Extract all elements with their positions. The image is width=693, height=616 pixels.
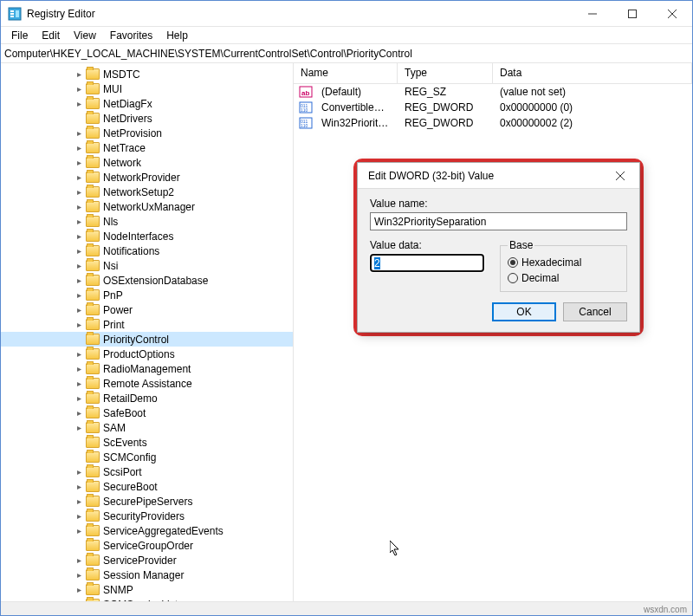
tree-item-networksetup2[interactable]: ▸NetworkSetup2 bbox=[1, 185, 293, 199]
menu-file[interactable]: File bbox=[4, 28, 35, 43]
chevron-right-icon[interactable]: ▸ bbox=[74, 408, 84, 418]
radio-hexadecimal[interactable]: Hexadecimal bbox=[508, 255, 619, 270]
ok-button[interactable]: OK bbox=[492, 302, 556, 321]
chevron-right-icon[interactable]: ▸ bbox=[74, 364, 84, 373]
chevron-right-icon[interactable]: ▸ bbox=[74, 555, 84, 565]
chevron-right-icon[interactable]: ▸ bbox=[74, 84, 84, 94]
tree-item-sam[interactable]: ▸SAM bbox=[1, 420, 293, 435]
dialog-titlebar[interactable]: Edit DWORD (32-bit) Value bbox=[358, 163, 639, 189]
minimize-button[interactable] bbox=[573, 1, 612, 27]
tree-item-serviceprovider[interactable]: ▸ServiceProvider bbox=[1, 553, 293, 567]
chevron-right-icon[interactable]: ▸ bbox=[74, 585, 84, 594]
tree-item-netdrivers[interactable]: NetDrivers bbox=[1, 111, 293, 126]
chevron-right-icon[interactable]: ▸ bbox=[74, 246, 84, 256]
tree-item-print[interactable]: ▸Print bbox=[1, 317, 293, 332]
tree-item-servicegrouporder[interactable]: ServiceGroupOrder bbox=[1, 538, 293, 553]
tree-item-session-manager[interactable]: ▸Session Manager bbox=[1, 567, 293, 582]
tree-item-osextensiondatabase[interactable]: ▸OSExtensionDatabase bbox=[1, 273, 293, 288]
value-name-input[interactable] bbox=[370, 212, 627, 230]
close-button[interactable] bbox=[652, 1, 692, 27]
tree-label: SAM bbox=[103, 422, 126, 434]
tree-item-network[interactable]: ▸Network bbox=[1, 155, 293, 170]
tree-item-networkuxmanager[interactable]: ▸NetworkUxManager bbox=[1, 199, 293, 214]
col-data[interactable]: Data bbox=[493, 63, 692, 83]
tree-item-pnp[interactable]: ▸PnP bbox=[1, 288, 293, 302]
cancel-button[interactable]: Cancel bbox=[563, 302, 627, 321]
menu-edit[interactable]: Edit bbox=[35, 28, 67, 43]
chevron-right-icon[interactable]: ▸ bbox=[74, 143, 84, 152]
chevron-right-icon[interactable]: ▸ bbox=[74, 600, 84, 601]
tree-item-notifications[interactable]: ▸Notifications bbox=[1, 243, 293, 258]
chevron-right-icon[interactable]: ▸ bbox=[74, 423, 84, 432]
tree-item-productoptions[interactable]: ▸ProductOptions bbox=[1, 347, 293, 361]
chevron-right-icon[interactable]: ▸ bbox=[74, 467, 84, 477]
chevron-right-icon[interactable]: ▸ bbox=[74, 261, 84, 270]
tree-item-nodeinterfaces[interactable]: ▸NodeInterfaces bbox=[1, 229, 293, 243]
tree-item-nsi[interactable]: ▸Nsi bbox=[1, 258, 293, 273]
tree-item-prioritycontrol[interactable]: PriorityControl bbox=[1, 332, 293, 347]
chevron-right-icon[interactable]: ▸ bbox=[74, 305, 84, 314]
chevron-right-icon[interactable]: ▸ bbox=[74, 69, 84, 79]
tree-item-nettrace[interactable]: ▸NetTrace bbox=[1, 140, 293, 155]
menu-view[interactable]: View bbox=[67, 28, 103, 43]
tree-item-mui[interactable]: ▸MUI bbox=[1, 81, 293, 96]
tree-label: MSDTC bbox=[103, 68, 140, 81]
chevron-right-icon[interactable]: ▸ bbox=[74, 570, 84, 580]
tree-item-sqmservicelist[interactable]: ▸SQMServiceList bbox=[1, 597, 293, 601]
chevron-right-icon[interactable]: ▸ bbox=[74, 349, 84, 359]
list-header[interactable]: Name Type Data bbox=[294, 63, 692, 84]
chevron-right-icon[interactable]: ▸ bbox=[74, 379, 84, 388]
folder-icon bbox=[86, 245, 100, 256]
chevron-right-icon[interactable]: ▸ bbox=[74, 393, 84, 403]
tree-item-scmconfig[interactable]: SCMConfig bbox=[1, 450, 293, 464]
chevron-right-icon[interactable]: ▸ bbox=[74, 202, 84, 211]
tree-item-power[interactable]: ▸Power bbox=[1, 302, 293, 317]
chevron-right-icon[interactable]: ▸ bbox=[74, 172, 84, 182]
menu-help[interactable]: Help bbox=[159, 28, 195, 43]
tree-item-radiomanagement[interactable]: ▸RadioManagement bbox=[1, 361, 293, 376]
tree-item-retaildemo[interactable]: ▸RetailDemo bbox=[1, 391, 293, 405]
dialog-close-button[interactable] bbox=[608, 166, 632, 185]
tree-item-netdiagfx[interactable]: ▸NetDiagFx bbox=[1, 96, 293, 111]
tree-item-serviceaggregatedevents[interactable]: ▸ServiceAggregatedEvents bbox=[1, 523, 293, 538]
value-data-input[interactable] bbox=[370, 254, 484, 272]
tree-item-scevents[interactable]: ScEvents bbox=[1, 435, 293, 450]
list-row[interactable]: ab(Default)REG_SZ(value not set) bbox=[294, 84, 692, 100]
chevron-right-icon[interactable]: ▸ bbox=[74, 187, 84, 197]
tree-item-safeboot[interactable]: ▸SafeBoot bbox=[1, 405, 293, 420]
chevron-right-icon[interactable]: ▸ bbox=[74, 482, 84, 491]
tree-item-networkprovider[interactable]: ▸NetworkProvider bbox=[1, 170, 293, 185]
svg-text:110: 110 bbox=[301, 123, 308, 128]
list-row[interactable]: 011110ConvertibleSlate...REG_DWORD0x0000… bbox=[294, 100, 692, 115]
maximize-button[interactable] bbox=[612, 1, 652, 27]
radio-decimal[interactable]: Decimal bbox=[508, 270, 619, 286]
chevron-right-icon[interactable]: ▸ bbox=[74, 290, 84, 300]
tree-item-netprovision[interactable]: ▸NetProvision bbox=[1, 126, 293, 140]
chevron-right-icon[interactable]: ▸ bbox=[74, 217, 84, 226]
tree-item-remote-assistance[interactable]: ▸Remote Assistance bbox=[1, 376, 293, 391]
tree-item-nls[interactable]: ▸Nls bbox=[1, 214, 293, 229]
tree-item-securityproviders[interactable]: ▸SecurityProviders bbox=[1, 509, 293, 523]
chevron-right-icon[interactable]: ▸ bbox=[74, 99, 84, 108]
tree-item-scsiport[interactable]: ▸ScsiPort bbox=[1, 464, 293, 479]
tree-item-msdtc[interactable]: ▸MSDTC bbox=[1, 67, 293, 81]
chevron-right-icon[interactable]: ▸ bbox=[74, 511, 84, 521]
list-row[interactable]: 011110Win32PrioritySe...REG_DWORD0x00000… bbox=[294, 115, 692, 131]
tree-label: Nsi bbox=[103, 260, 118, 272]
menu-favorites[interactable]: Favorites bbox=[103, 28, 159, 43]
chevron-right-icon[interactable]: ▸ bbox=[74, 158, 84, 167]
chevron-right-icon[interactable]: ▸ bbox=[74, 526, 84, 535]
chevron-right-icon[interactable]: ▸ bbox=[74, 128, 84, 138]
tree-item-securepipeservers[interactable]: ▸SecurePipeServers bbox=[1, 494, 293, 509]
tree-item-snmp[interactable]: ▸SNMP bbox=[1, 582, 293, 597]
tree-item-secureboot[interactable]: ▸SecureBoot bbox=[1, 479, 293, 494]
chevron-right-icon[interactable]: ▸ bbox=[74, 320, 84, 329]
chevron-right-icon[interactable]: ▸ bbox=[74, 231, 84, 241]
folder-icon bbox=[86, 584, 100, 595]
address-bar[interactable]: Computer\HKEY_LOCAL_MACHINE\SYSTEM\Curre… bbox=[1, 44, 692, 63]
tree-pane[interactable]: ▸MSDTC▸MUI▸NetDiagFxNetDrivers▸NetProvis… bbox=[1, 63, 294, 601]
chevron-right-icon[interactable]: ▸ bbox=[74, 496, 84, 506]
col-name[interactable]: Name bbox=[294, 63, 398, 83]
chevron-right-icon[interactable]: ▸ bbox=[74, 276, 84, 285]
col-type[interactable]: Type bbox=[398, 63, 493, 83]
